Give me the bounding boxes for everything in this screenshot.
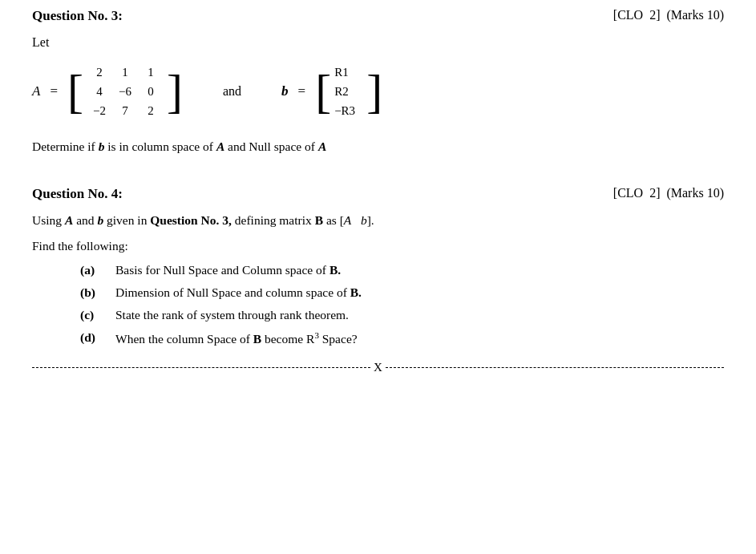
dash-line-left: [32, 367, 370, 368]
matrix-b-bracket: [ R1 R2 −R3 ]: [315, 58, 382, 125]
matrix-A-equals: =: [50, 83, 58, 99]
sub-item-b: (b) Dimension of Null Space and column s…: [80, 285, 724, 300]
question4-header: Question No. 4: [CLO 2] (Marks 10): [32, 186, 724, 202]
matrix-A-label: A: [32, 83, 40, 99]
sub-item-d-text: When the column Space of B become R3 Spa…: [115, 330, 724, 346]
dash-line-right: [386, 367, 724, 368]
let-label: Let: [32, 35, 724, 50]
sub-item-d-label: (d): [80, 330, 99, 345]
divider-x: X: [370, 361, 386, 374]
question3-clo-marks: [CLO 2] (Marks 10): [613, 8, 724, 22]
matrix-b-equals: =: [298, 83, 306, 99]
sub-item-c: (c) State the rank of system through ran…: [80, 308, 724, 322]
sub-item-b-text: Dimension of Null Space and column space…: [115, 285, 724, 300]
matrix-row: A = [ 2 1 1 4 −6 0 −2 7 2 ] and b = [: [32, 58, 724, 125]
question3-header: Question No. 3: [CLO 2] (Marks 10): [32, 8, 724, 24]
and-word: and: [223, 84, 241, 99]
matrix-A-bracket: [ 2 1 1 4 −6 0 −2 7 2 ]: [67, 58, 183, 125]
matrix-b-label: b: [281, 83, 289, 99]
sub-item-b-label: (b): [80, 285, 99, 300]
find-text: Find the following:: [32, 239, 724, 253]
matrix-b-cells: R1 R2 −R3: [331, 58, 366, 125]
question4-section: Question No. 4: [CLO 2] (Marks 10) Using…: [32, 186, 724, 346]
matrix-A-cells: 2 1 1 4 −6 0 −2 7 2: [83, 58, 167, 125]
question4-clo-marks: [CLO 2] (Marks 10): [613, 186, 724, 200]
bracket-left-b: [: [315, 58, 331, 125]
sub-item-c-label: (c): [80, 308, 99, 322]
bracket-right-b: ]: [366, 58, 382, 125]
sub-item-c-text: State the rank of system through rank th…: [115, 308, 724, 322]
matrix-b-expr: b = [ R1 R2 −R3 ]: [281, 58, 382, 125]
bracket-right-A: ]: [167, 58, 183, 125]
bracket-left-A: [: [67, 58, 83, 125]
matrix-A-expr: A = [ 2 1 1 4 −6 0 −2 7 2 ]: [32, 58, 183, 125]
sub-item-a-text: Basis for Null Space and Column space of…: [115, 263, 724, 277]
sub-items: (a) Basis for Null Space and Column spac…: [80, 263, 724, 346]
sub-item-d: (d) When the column Space of B become R3…: [80, 330, 724, 346]
sub-item-a-label: (a): [80, 263, 99, 277]
divider-container: X: [32, 361, 724, 374]
question4-title: Question No. 4:: [32, 186, 123, 202]
using-text: Using A and b given in Question No. 3, d…: [32, 213, 724, 228]
question3-title: Question No. 3:: [32, 8, 123, 24]
determine-text: Determine if b is in column space of A a…: [32, 140, 724, 154]
sub-item-a: (a) Basis for Null Space and Column spac…: [80, 263, 724, 277]
